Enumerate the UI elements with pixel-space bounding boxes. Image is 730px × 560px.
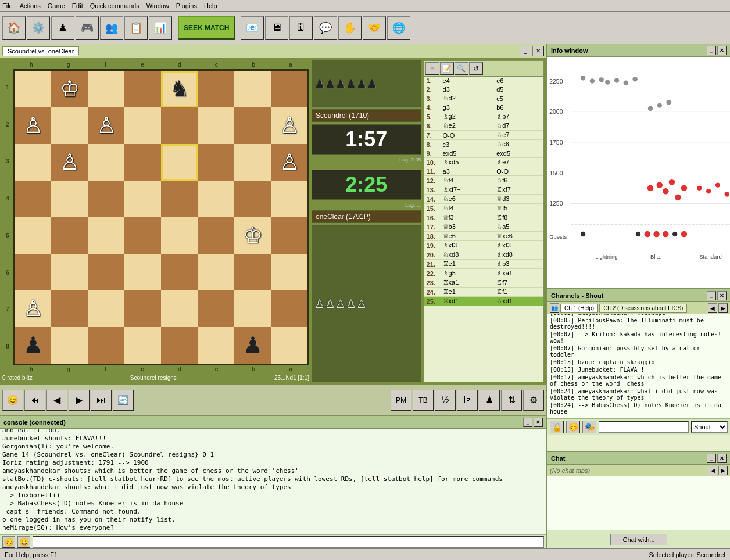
sq-h4[interactable] bbox=[15, 181, 51, 217]
menu-edit[interactable]: Edit bbox=[72, 2, 83, 9]
ctrl-auto[interactable]: 🔄 bbox=[113, 390, 134, 411]
sq-a5[interactable] bbox=[271, 217, 307, 254]
sq-h8[interactable]: ♟ bbox=[15, 327, 51, 364]
chat-with-button[interactable]: Chat with... bbox=[610, 534, 667, 545]
ch-tab-1[interactable]: Ch 1 (Help) bbox=[560, 304, 598, 313]
sq-b1[interactable] bbox=[234, 71, 271, 107]
sq-c1[interactable] bbox=[198, 71, 234, 107]
sq-f1[interactable] bbox=[88, 71, 124, 107]
sq-c2[interactable] bbox=[198, 107, 234, 144]
toolbar-btn-10[interactable]: 🗓 bbox=[289, 16, 313, 40]
menu-help[interactable]: Help bbox=[204, 2, 217, 9]
tab-close[interactable]: ✕ bbox=[532, 46, 544, 56]
menu-plugins[interactable]: Plugins bbox=[176, 2, 197, 9]
sq-e8[interactable] bbox=[124, 327, 161, 364]
sq-e6[interactable] bbox=[124, 254, 161, 290]
sq-g8[interactable] bbox=[51, 327, 88, 364]
ctrl-draw[interactable]: ½ bbox=[435, 390, 456, 411]
game-tab-main[interactable]: Scoundrel vs. oneClear bbox=[2, 46, 79, 56]
sq-f7[interactable] bbox=[88, 290, 124, 327]
console-minimize[interactable]: _ bbox=[523, 418, 532, 427]
sq-h2[interactable]: ♙ bbox=[15, 107, 51, 144]
sq-e1[interactable] bbox=[124, 71, 161, 107]
menu-file[interactable]: File bbox=[2, 2, 13, 9]
moves-refresh-icon[interactable]: ↺ bbox=[469, 62, 483, 75]
ctrl-flip[interactable]: ⇅ bbox=[501, 390, 522, 411]
ch-nav-right[interactable]: ▶ bbox=[718, 303, 728, 313]
ctrl-board-icon[interactable]: ♟ bbox=[479, 390, 500, 411]
console-emoji[interactable]: 😀 bbox=[17, 536, 30, 548]
sq-f8[interactable] bbox=[88, 327, 124, 364]
toolbar-btn-5[interactable]: 👥 bbox=[100, 16, 123, 40]
sq-f3[interactable] bbox=[88, 144, 124, 181]
moves-list-icon[interactable]: ≡ bbox=[425, 62, 439, 75]
channels-minimize[interactable]: _ bbox=[707, 291, 716, 300]
sq-g6[interactable] bbox=[51, 254, 88, 290]
ctrl-first[interactable]: ⏮ bbox=[24, 390, 45, 411]
ctrl-resign[interactable]: 🏳 bbox=[457, 390, 478, 411]
shout-smiley[interactable]: 😊 bbox=[566, 421, 580, 433]
shout-input[interactable] bbox=[599, 421, 689, 433]
sq-a1[interactable] bbox=[271, 71, 307, 107]
sq-c6[interactable] bbox=[198, 254, 234, 290]
chessboard[interactable]: ♔ ♞ ♙ bbox=[13, 69, 309, 365]
chat-minimize[interactable]: _ bbox=[707, 454, 716, 463]
ctrl-settings[interactable]: ⚙ bbox=[523, 390, 544, 411]
sq-d4[interactable] bbox=[161, 181, 198, 217]
sq-h5[interactable] bbox=[15, 217, 51, 254]
sq-b5[interactable]: ♔ bbox=[234, 217, 271, 254]
sq-g7[interactable] bbox=[51, 290, 88, 327]
sq-d6[interactable] bbox=[161, 254, 198, 290]
sq-g5[interactable] bbox=[51, 217, 88, 254]
sq-e7[interactable] bbox=[124, 290, 161, 327]
sq-c8[interactable] bbox=[198, 327, 234, 364]
sq-h1[interactable] bbox=[15, 71, 51, 107]
sq-c7[interactable] bbox=[198, 290, 234, 327]
sq-a3[interactable]: ♙ bbox=[271, 144, 307, 181]
sq-b7[interactable] bbox=[234, 290, 271, 327]
sq-a8[interactable] bbox=[271, 327, 307, 364]
toolbar-btn-2[interactable]: ⚙️ bbox=[27, 16, 50, 40]
ch-nav-left[interactable]: ◀ bbox=[708, 303, 717, 313]
info-close[interactable]: ✕ bbox=[717, 46, 727, 55]
sq-h6[interactable] bbox=[15, 254, 51, 290]
seek-match-button[interactable]: SEEK MATCH bbox=[178, 16, 235, 40]
ctrl-prev[interactable]: ◀ bbox=[46, 390, 67, 411]
sq-a2[interactable]: ♙ bbox=[271, 107, 307, 144]
sq-d5[interactable] bbox=[161, 217, 198, 254]
sq-b4[interactable] bbox=[234, 181, 271, 217]
sq-d8[interactable] bbox=[161, 327, 198, 364]
shout-icon-1[interactable]: 🔒 bbox=[550, 421, 564, 433]
chat-nav-left[interactable]: ◀ bbox=[708, 466, 717, 475]
toolbar-btn-4[interactable]: 🎮 bbox=[76, 16, 99, 40]
sq-f4[interactable] bbox=[88, 181, 124, 217]
sq-b6[interactable] bbox=[234, 254, 271, 290]
toolbar-btn-12[interactable]: ✋ bbox=[338, 16, 362, 40]
toolbar-btn-13[interactable]: 🤝 bbox=[363, 16, 386, 40]
shout-dropdown[interactable]: Shout Tell Kibitz Whisper bbox=[691, 421, 728, 433]
toolbar-btn-6[interactable]: 📋 bbox=[124, 16, 148, 40]
menu-window[interactable]: Window bbox=[146, 2, 169, 9]
console-input[interactable] bbox=[33, 536, 544, 548]
sq-g1[interactable]: ♔ bbox=[51, 71, 88, 107]
sq-e4[interactable] bbox=[124, 181, 161, 217]
ctrl-next[interactable]: ▶ bbox=[69, 390, 90, 411]
sq-b8[interactable]: ♟ bbox=[234, 327, 271, 364]
toolbar-btn-11[interactable]: 💬 bbox=[314, 16, 337, 40]
sq-c4[interactable] bbox=[198, 181, 234, 217]
ch-icon-1[interactable]: 👥 bbox=[550, 303, 559, 313]
ctrl-last[interactable]: ⏭ bbox=[91, 390, 112, 411]
ch-tab-2[interactable]: Ch 2 (Discussions about FICS) bbox=[599, 304, 687, 313]
sq-h3[interactable] bbox=[15, 144, 51, 181]
tab-minimize[interactable]: _ bbox=[520, 46, 531, 56]
ctrl-takeback[interactable]: TB bbox=[413, 390, 434, 411]
console-smiley[interactable]: 😊 bbox=[2, 536, 15, 548]
sq-g3[interactable]: ♙ bbox=[51, 144, 88, 181]
chat-close[interactable]: ✕ bbox=[717, 454, 727, 463]
info-minimize[interactable]: _ bbox=[707, 46, 716, 55]
sq-d2[interactable] bbox=[161, 107, 198, 144]
shout-icon-3[interactable]: 🎭 bbox=[582, 421, 596, 433]
sq-d7[interactable] bbox=[161, 290, 198, 327]
toolbar-btn-14[interactable]: 🌐 bbox=[387, 16, 410, 40]
sq-a6[interactable] bbox=[271, 254, 307, 290]
